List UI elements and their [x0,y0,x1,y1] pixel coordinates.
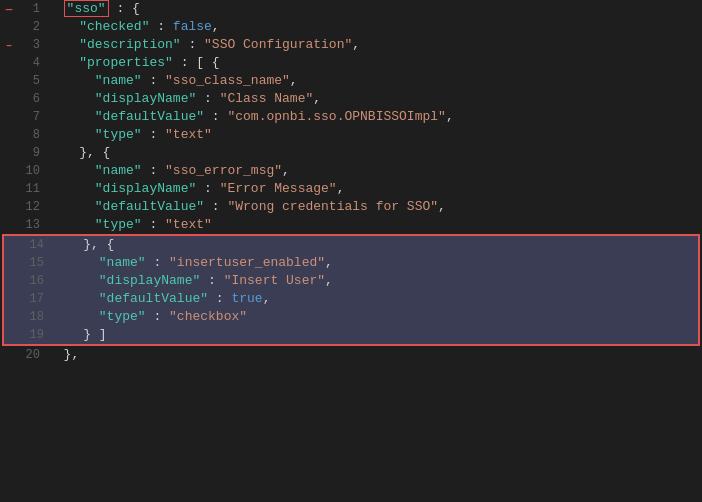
table-row: 11 "displayName" : "Error Message", [0,180,702,198]
line-content: "defaultValue" : "Wrong credentials for … [46,198,702,216]
table-row: 9 }, { [0,144,702,162]
line-content: "type" : "checkbox" [50,308,698,326]
token [48,127,95,142]
line-content: }, { [50,236,698,254]
line-number: 5 [18,72,46,90]
line-content: } ] [50,326,698,344]
table-row: 19 } ] [4,326,698,344]
token: "checked" [79,19,149,34]
line-number: 8 [18,126,46,144]
token [48,37,79,52]
line-number: 14 [22,236,50,254]
table-row: 10 "name" : "sso_error_msg", [0,162,702,180]
line-number: 19 [22,326,50,344]
token: "name" [95,163,142,178]
token [48,1,64,16]
line-number: 20 [18,346,46,364]
token: true [231,291,262,306]
gutter-cell [4,272,22,290]
gutter-cell [0,54,18,72]
token: }, { [48,145,110,160]
token: "displayName" [95,91,196,106]
gutter-cell [0,162,18,180]
collapse-h-icon[interactable]: — [6,3,13,15]
table-row: 12 "defaultValue" : "Wrong credentials f… [0,198,702,216]
token: "properties" [79,55,173,70]
line-content: "sso" : { [46,0,702,18]
line-content: "displayName" : "Insert User", [50,272,698,290]
token: , [263,291,271,306]
token: : [196,181,219,196]
line-content: "type" : "text" [46,126,702,144]
table-row: 20 }, [0,346,702,364]
gutter-cell: — [0,0,18,18]
line-number: 4 [18,54,46,72]
token: , [212,19,220,34]
token: false [173,19,212,34]
line-content: "displayName" : "Error Message", [46,180,702,198]
gutter-cell [0,108,18,126]
token: "checkbox" [169,309,247,324]
token: "Wrong credentials for SSO" [227,199,438,214]
token: , [282,163,290,178]
gutter-cell [0,72,18,90]
token: : [142,127,165,142]
table-row: 8 "type" : "text" [0,126,702,144]
table-row: 16 "displayName" : "Insert User", [4,272,698,290]
line-number: 1 [18,0,46,18]
gutter-cell [4,308,22,326]
table-row: 4 "properties" : [ { [0,54,702,72]
line-number: 13 [18,216,46,234]
token: "name" [99,255,146,270]
token [52,273,99,288]
collapse-v-icon[interactable]: – [6,39,13,51]
line-content: "checked" : false, [46,18,702,36]
table-row: 2 "checked" : false, [0,18,702,36]
line-content: "name" : "sso_class_name", [46,72,702,90]
token: "displayName" [99,273,200,288]
sso-key-highlight: "sso" [64,0,109,17]
token: "Error Message" [220,181,337,196]
line-number: 7 [18,108,46,126]
token: : [ { [173,55,220,70]
table-row: 13 "type" : "text" [0,216,702,234]
gutter-cell [0,18,18,36]
token: "com.opnbi.sso.OPNBISSOImpl" [227,109,445,124]
gutter-cell [0,144,18,162]
table-row: 15 "name" : "insertuser_enabled", [4,254,698,272]
token: "SSO Configuration" [204,37,352,52]
token: : [204,109,227,124]
gutter-cell [4,254,22,272]
token: "displayName" [95,181,196,196]
token: "sso_error_msg" [165,163,282,178]
line-number: 12 [18,198,46,216]
token: : [146,309,169,324]
line-number: 2 [18,18,46,36]
gutter-cell [4,290,22,308]
red-box-selection: 14 }, {15 "name" : "insertuser_enabled",… [2,234,700,346]
token [52,309,99,324]
line-content: "description" : "SSO Configuration", [46,36,702,54]
gutter-cell [0,216,18,234]
token: , [337,181,345,196]
token: }, [48,347,79,362]
line-number: 10 [18,162,46,180]
token: : [200,273,223,288]
token: , [352,37,360,52]
token [52,255,99,270]
line-number: 9 [18,144,46,162]
table-row: 18 "type" : "checkbox" [4,308,698,326]
line-content: "name" : "sso_error_msg", [46,162,702,180]
token: , [438,199,446,214]
token: , [290,73,298,88]
token: "defaultValue" [99,291,208,306]
token: : [181,37,204,52]
token: "type" [95,127,142,142]
token [48,91,95,106]
line-content: "properties" : [ { [46,54,702,72]
gutter-cell [0,198,18,216]
table-row: 14 }, { [4,236,698,254]
token [52,291,99,306]
token [48,181,95,196]
token: , [325,255,333,270]
